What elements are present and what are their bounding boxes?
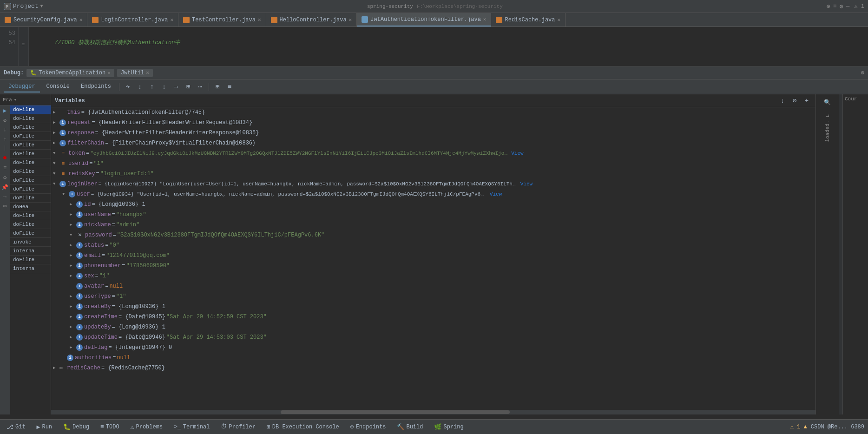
- debug-session-close-1[interactable]: ✕: [107, 70, 111, 76]
- var-token[interactable]: ≡ token = "eyJhbGciOiJIUzI1NiJ9.eyJqdGki…: [51, 148, 815, 158]
- expand-filterchain[interactable]: [53, 139, 59, 147]
- tab-test[interactable]: TestController.java ✕: [178, 13, 266, 26]
- expand-delflag[interactable]: [70, 343, 76, 352]
- pin-icon[interactable]: 📌: [1, 184, 8, 191]
- var-createtime[interactable]: i createTime = {Date@10945} "Sat Apr 29 …: [51, 312, 815, 322]
- status-problems[interactable]: ⚠ Problems: [128, 422, 165, 432]
- tab-close-login[interactable]: ✕: [170, 17, 173, 23]
- status-debug[interactable]: 🐛 Debug: [60, 422, 92, 432]
- var-email[interactable]: i email = "1214770110@qq.com": [51, 250, 815, 261]
- tab-endpoints[interactable]: Endpoints: [76, 81, 116, 92]
- var-updateby[interactable]: i updateBy = {Long@10936} 1: [51, 322, 815, 332]
- tab-close-jwt[interactable]: ✕: [483, 16, 487, 22]
- expand-user[interactable]: [62, 190, 69, 198]
- frames-arrow[interactable]: ▾: [14, 97, 17, 103]
- var-userid[interactable]: ≡ userid = "1": [51, 158, 815, 169]
- expand-status[interactable]: [70, 241, 76, 250]
- tab-debugger[interactable]: Debugger: [4, 81, 40, 92]
- settings2-icon[interactable]: ⚙: [3, 174, 7, 181]
- loginuser-view-link[interactable]: View: [520, 180, 533, 188]
- expand-sex[interactable]: [70, 272, 76, 280]
- frame-item-doFilte10[interactable]: doFilte: [10, 185, 51, 194]
- frame-item-doFilte6[interactable]: doFilte: [10, 150, 51, 158]
- debug-session-token[interactable]: 🐛 TokenDemoApplication ✕: [26, 69, 114, 77]
- expand-username[interactable]: [70, 210, 76, 219]
- frame-item-doFilte11[interactable]: doFilte: [10, 194, 51, 203]
- var-updatetime[interactable]: i updateTime = {Date@10946} "Sat Apr 29 …: [51, 332, 815, 342]
- horizontal-scrollbar[interactable]: [51, 410, 815, 414]
- frame-item-doFilte4[interactable]: doFilte: [10, 132, 51, 141]
- eval-btn[interactable]: →: [171, 82, 181, 92]
- search-global-icon[interactable]: ⊕: [827, 3, 830, 10]
- var-response[interactable]: i response = {HeaderWriterFilter$HeaderW…: [51, 128, 815, 138]
- expand-usertype[interactable]: [70, 292, 76, 301]
- expand-phonenumber[interactable]: [70, 262, 76, 270]
- status-profiler[interactable]: ⏱ Profiler: [218, 422, 258, 431]
- tab-security[interactable]: SecurityConfig.java ✕: [0, 13, 87, 26]
- menu-icon[interactable]: ≡: [833, 3, 837, 10]
- frame-item-doFilte13[interactable]: doFilte: [10, 220, 51, 229]
- resume-icon[interactable]: ▶: [3, 107, 7, 114]
- vars-filter-btn[interactable]: ⊘: [789, 96, 800, 106]
- frame-item-doFilte5[interactable]: doFilte: [10, 141, 51, 150]
- list-btn[interactable]: ≡: [224, 82, 235, 92]
- frame-item-doFilte8[interactable]: doFilte: [10, 167, 51, 176]
- expand-updatetime[interactable]: [70, 333, 76, 342]
- tab-close-security[interactable]: ✕: [79, 17, 83, 23]
- token-view-link[interactable]: View: [511, 149, 523, 158]
- vars-down-btn[interactable]: ↓: [777, 96, 788, 106]
- scrollbar-thumb[interactable]: [281, 410, 510, 414]
- up-icon[interactable]: ↑: [3, 136, 7, 143]
- tab-close-redis[interactable]: ✕: [558, 17, 561, 23]
- var-delflag[interactable]: i delFlag = {Integer@10947} 0: [51, 342, 815, 353]
- frame-item-doFilte1[interactable]: doFilte: [10, 105, 51, 114]
- minimize-icon[interactable]: —: [846, 3, 850, 10]
- var-user[interactable]: i user = {User@10934} "User(id=1, userNa…: [51, 189, 815, 199]
- var-nickname[interactable]: i nickName = "admin": [51, 220, 815, 230]
- tab-login[interactable]: LoginController.java ✕: [87, 13, 178, 26]
- frame-item-doFilte9[interactable]: doFilte: [10, 176, 51, 185]
- user-view-link[interactable]: View: [490, 190, 502, 198]
- expand-password[interactable]: [70, 231, 76, 239]
- var-rediskey[interactable]: ≡ redisKey = "login_userId:1": [51, 169, 815, 179]
- more-btn[interactable]: ⋯: [195, 82, 205, 92]
- frame-item-doFilte14[interactable]: doFilte: [10, 229, 51, 238]
- frame-item-doFilte3[interactable]: doFilte: [10, 123, 51, 132]
- status-endpoints[interactable]: ⊕ Endpoints: [348, 422, 389, 432]
- var-createby[interactable]: i createBy = {Long@10936} 1: [51, 302, 815, 312]
- tab-hello[interactable]: HelloController.java ✕: [266, 13, 357, 26]
- table-btn[interactable]: ⊞: [212, 82, 223, 92]
- expand-loginuser[interactable]: [53, 180, 59, 188]
- status-todo[interactable]: ≡ TODO: [98, 422, 122, 431]
- tab-close-hello[interactable]: ✕: [349, 17, 352, 23]
- var-rediscache[interactable]: ∞ redisCache = {RedisCache@7750}: [51, 363, 815, 373]
- status-terminal[interactable]: >_ Terminal: [171, 422, 212, 431]
- project-dropdown[interactable]: ▼: [40, 4, 43, 9]
- frame-item-interna2[interactable]: interna: [10, 264, 51, 273]
- warning-badge[interactable]: ⚠ 1: [854, 3, 864, 10]
- var-status[interactable]: i status = "0": [51, 240, 815, 250]
- tab-redis[interactable]: RedisCache.java ✕: [491, 13, 566, 26]
- var-this[interactable]: this = {JwtAuthenticationTokenFilter@774…: [51, 107, 815, 118]
- vars-add-btn[interactable]: +: [802, 96, 812, 106]
- variables-scroll[interactable]: this = {JwtAuthenticationTokenFilter@774…: [51, 107, 815, 410]
- debug-session-close-2[interactable]: ✕: [146, 70, 149, 76]
- frame-item-doFilte7[interactable]: doFilte: [10, 158, 51, 167]
- settings-icon[interactable]: ⚙: [840, 3, 843, 10]
- var-username[interactable]: i userName = "huangbx": [51, 210, 815, 220]
- expand-token[interactable]: [53, 149, 59, 158]
- frames-btn[interactable]: ⊞: [183, 82, 193, 92]
- stop-icon[interactable]: ⊘: [3, 117, 7, 124]
- export-icon[interactable]: →: [3, 194, 7, 200]
- frame-item-doFilte15[interactable]: doFilte: [10, 256, 51, 264]
- var-phonenumber[interactable]: i phonenumber = "17850609590": [51, 261, 815, 271]
- frame-item-doFilte2[interactable]: doFilte: [10, 114, 51, 123]
- run-cursor-btn[interactable]: ↓: [159, 82, 169, 92]
- expand-nickname[interactable]: [70, 221, 76, 229]
- var-id[interactable]: i id = {Long@10936} 1: [51, 199, 815, 210]
- status-spring[interactable]: 🌿 Spring: [431, 422, 466, 432]
- status-db[interactable]: ⊞ DB Execution Console: [264, 422, 342, 432]
- expand-createby[interactable]: [70, 302, 76, 311]
- var-usertype[interactable]: i userType = "1": [51, 291, 815, 302]
- step-into-btn[interactable]: ↓: [135, 82, 145, 92]
